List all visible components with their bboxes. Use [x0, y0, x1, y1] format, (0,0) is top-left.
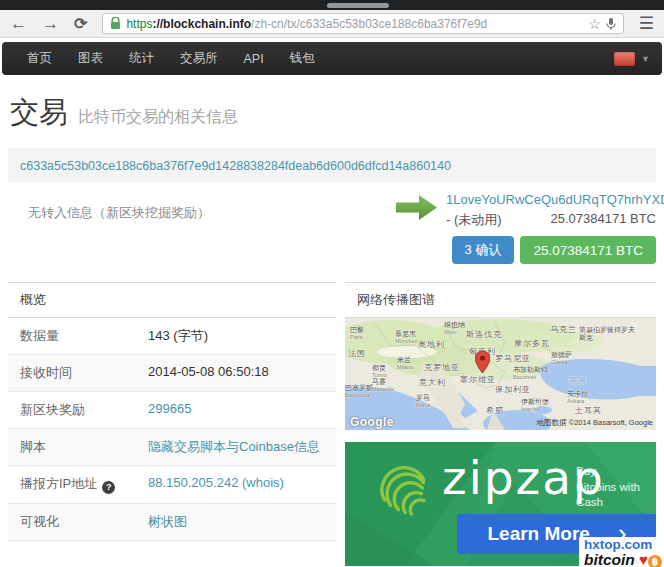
- output-address-link[interactable]: 1LoveYoURwCeQu6dURqTQ7hrhYXDA4eJyn: [446, 192, 656, 207]
- url-fade: [531, 14, 577, 33]
- row-label: 播报方IP地址?: [8, 466, 148, 503]
- row-label-text: 播报方IP地址: [20, 476, 97, 491]
- map-label: 安卡拉Ankara: [567, 390, 588, 404]
- map-label: 巴黎Paris: [350, 326, 364, 340]
- map-label: 敖德萨Odesa: [551, 351, 572, 365]
- confirmations-button[interactable]: 3 确认: [452, 236, 515, 264]
- relay-ip-link[interactable]: 88.150.205.242 (whois): [148, 475, 284, 490]
- watermark-site: hxtop.com: [584, 538, 662, 552]
- back-icon[interactable]: ←: [10, 15, 27, 32]
- row-value: 299665: [148, 392, 191, 428]
- row-value: 树状图: [148, 504, 187, 540]
- table-row: 接收时间 2014-05-08 06:50:18: [8, 355, 336, 392]
- propagation-map: 巴黎Paris法国慕尼黑München奥地利维也纳Wien斯洛伐克匈牙利乌克兰摩…: [345, 318, 656, 430]
- tx-output: 1LoveYoURwCeQu6dURqTQ7hrhYXDA4eJyn - (未动…: [446, 192, 656, 229]
- arrow-right-icon: [396, 194, 438, 225]
- bitcoin-icon: ฿: [648, 555, 662, 567]
- row-label: 脚本: [8, 429, 148, 465]
- table-row: 播报方IP地址? 88.150.205.242 (whois): [8, 466, 336, 504]
- bookmark-star-icon[interactable]: ☆: [588, 16, 601, 32]
- ad-tagline: Buy Bitcoins with Cash: [576, 464, 640, 511]
- nav-item-stats[interactable]: 统计: [116, 50, 167, 67]
- map-label: 布加勒斯特Bucuresti: [513, 366, 548, 380]
- heart-icon: ♥: [639, 551, 648, 567]
- ad-tagline-line: Buy: [576, 464, 640, 480]
- url-bar[interactable]: https://blockchain.info/zh-cn/tx/c633a5c…: [102, 13, 623, 34]
- map-label: 伊斯坦堡Istanbul: [521, 398, 549, 412]
- map-label: 摩尔多瓦: [514, 339, 550, 348]
- forward-icon[interactable]: →: [42, 15, 59, 32]
- page: ← → ⟳ https://blockchain.info/zh-cn/tx/c…: [0, 0, 664, 567]
- lock-icon: [110, 17, 121, 30]
- output-amount: 25.07384171 BTC: [550, 211, 656, 229]
- browser-menu-icon[interactable]: ☰: [639, 13, 654, 34]
- ad-tagline-line: Cash: [576, 495, 640, 511]
- map-label: 巴塞罗那Barcelona: [345, 384, 373, 398]
- site-nav: 首页 图表 统计 交易所 API 钱包 ▼: [2, 42, 662, 75]
- map-column: 网络传播图谱: [345, 282, 656, 566]
- main-content: 交易比特币交易的相关信息 c633a5c53b03ce188c6ba376f7e…: [0, 93, 664, 566]
- watermark: hxtop.com bitcoin ♥฿: [579, 537, 664, 567]
- table-row: 可视化 树状图: [8, 504, 336, 541]
- reload-icon[interactable]: ⟳: [74, 16, 87, 32]
- tx-input-label: 无转入信息（新区块挖掘奖励）: [28, 204, 210, 222]
- tx-summary: 无转入信息（新区块挖掘奖励） 1LoveYoURwCeQu6dURqTQ7hrh…: [8, 192, 656, 270]
- chevron-down-icon: ▼: [641, 54, 650, 64]
- tx-hash-link[interactable]: c633a5c53b03ce188c6ba376f7e9d1428838284f…: [20, 159, 451, 173]
- page-header: 交易比特币交易的相关信息: [10, 93, 656, 133]
- url-path: /zh-cn/tx/c633a5c53b03ce188c6ba376f7e9d: [251, 17, 487, 31]
- microphone-icon[interactable]: [606, 17, 616, 31]
- help-icon[interactable]: ?: [102, 481, 115, 494]
- learn-more-label: Learn More: [487, 523, 589, 545]
- nav-item-home[interactable]: 首页: [14, 50, 65, 67]
- nav-item-markets[interactable]: 交易所: [167, 50, 231, 67]
- url-host: ://blockchain.info: [152, 17, 251, 31]
- tree-chart-link[interactable]: 树状图: [148, 514, 187, 529]
- map-label: 慕尼黑München: [395, 330, 418, 344]
- watermark-brand: bitcoin ♥฿: [584, 551, 662, 567]
- table-row: 脚本 隐藏交易脚本与Coinbase信息: [8, 429, 336, 466]
- row-label: 接收时间: [8, 355, 148, 391]
- nav-item-charts[interactable]: 图表: [65, 50, 116, 67]
- window-drag-handle[interactable]: [327, 3, 389, 8]
- tx-buttons: 3 确认 25.07384171 BTC: [452, 236, 656, 264]
- map-label: 保加利亚: [495, 385, 531, 394]
- row-value: 88.150.205.242 (whois): [148, 466, 284, 503]
- map-label: 乌克兰: [550, 325, 577, 334]
- nav-item-wallet[interactable]: 钱包: [277, 50, 328, 67]
- map-attribution: 地图数据 ©2014 Basarsoft, Google: [537, 418, 653, 428]
- block-height-link[interactable]: 299665: [148, 401, 191, 416]
- row-label: 可视化: [8, 504, 148, 540]
- url-scheme: https: [126, 17, 152, 31]
- watermark-brand-text: bitcoin: [584, 551, 635, 567]
- total-amount-button[interactable]: 25.07384171 BTC: [520, 236, 656, 264]
- show-scripts-link[interactable]: 隐藏交易脚本与Coinbase信息: [148, 439, 320, 454]
- tx-hash-box: c633a5c53b03ce188c6ba376f7e9d1428838284f…: [8, 148, 656, 182]
- map-label: 奥地利: [418, 340, 445, 349]
- map-label: 维也纳Wien: [444, 321, 465, 335]
- map-label: 斯洛伐克: [466, 330, 502, 339]
- row-value: 隐藏交易脚本与Coinbase信息: [148, 429, 320, 465]
- map-label: 土耳其: [575, 406, 602, 415]
- map-label: 罗马Roma: [416, 394, 431, 408]
- map-label: 罗马尼亚: [495, 354, 531, 363]
- table-row: 新区块奖励 299665: [8, 392, 336, 429]
- overview-column: 概览 数据量 143 (字节) 接收时间 2014-05-08 06:50:18…: [8, 282, 336, 566]
- map-label: 马赛Marseille: [372, 378, 394, 392]
- google-logo: Google: [350, 415, 394, 429]
- map-label: 法国: [348, 349, 366, 358]
- output-detail-line: - (未动用) 25.07384171 BTC: [446, 211, 656, 229]
- row-value: 2014-05-08 06:50:18: [148, 355, 269, 391]
- browser-toolbar: ← → ⟳ https://blockchain.info/zh-cn/tx/c…: [0, 10, 664, 38]
- window-title-strip: [0, 0, 664, 10]
- overview-header: 概览: [8, 282, 336, 318]
- language-selector[interactable]: ▼: [614, 52, 650, 66]
- flag-icon: [614, 52, 635, 66]
- output-spent-status: - (未动用): [446, 211, 502, 229]
- ad-tagline-line: Bitcoins with: [576, 480, 640, 496]
- row-value: 143 (字节): [148, 318, 208, 354]
- columns: 概览 数据量 143 (字节) 接收时间 2014-05-08 06:50:18…: [8, 282, 656, 566]
- map-label: 克罗地亚: [424, 363, 460, 372]
- nav-item-api[interactable]: API: [231, 52, 277, 66]
- page-title: 交易: [10, 96, 68, 128]
